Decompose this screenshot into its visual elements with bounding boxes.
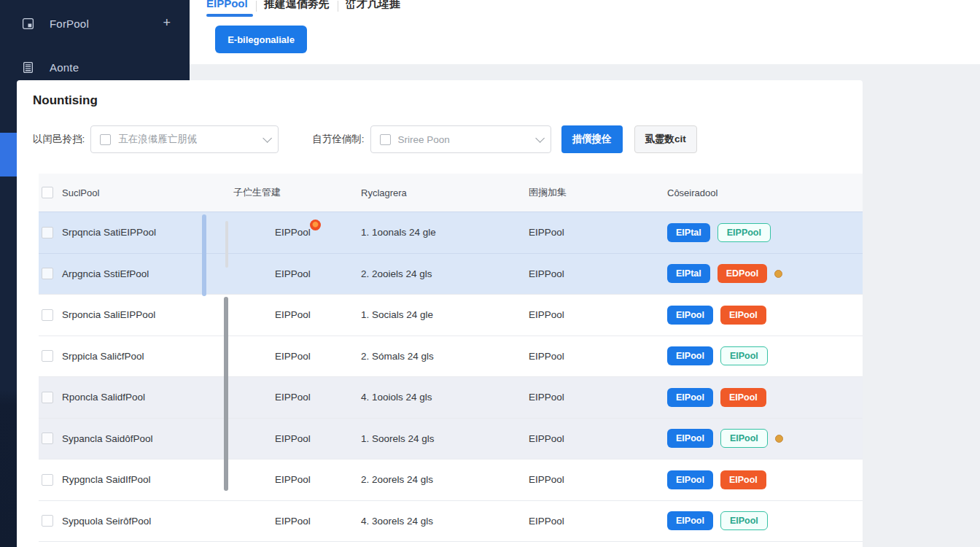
scroll-indicator bbox=[202, 214, 206, 296]
column-header-detail: Ryclagrera bbox=[361, 187, 529, 198]
row-checkbox[interactable] bbox=[42, 432, 53, 444]
row-action-primary-button[interactable]: EIPool bbox=[667, 346, 713, 365]
table-row: Srppicla SaliĉfPool EIPPool 2. Sómals 24… bbox=[39, 335, 863, 377]
row-action-primary-button[interactable]: EIPool bbox=[667, 306, 713, 325]
table-row: Sypquola SeirôfPool EIPPool 4. 3oorels 2… bbox=[39, 500, 863, 542]
cell-name: Srponcia SaliEIPPool bbox=[62, 309, 233, 320]
cell-detail: 4. 3oorels 24 gls bbox=[361, 516, 529, 527]
row-action-primary-button[interactable]: EIPool bbox=[667, 511, 713, 530]
tab-label: 推建遑偤劵先 bbox=[264, 0, 330, 11]
table-row: Sypancla SaidôfPool EIPPool 1. Soorels 2… bbox=[39, 418, 863, 459]
row-action-primary-button[interactable]: EIPool bbox=[667, 470, 713, 489]
cell-detail: 1. Socials 24 gle bbox=[361, 309, 529, 320]
table-row: Srponcia SaliEIPPool EIPPool 1. Socials … bbox=[39, 294, 863, 335]
reset-button[interactable]: 虱霊数cit bbox=[634, 125, 697, 153]
filter1-select[interactable]: 五在浪傤雁亡朋㑘 bbox=[90, 125, 279, 153]
cell-detail: 2. 2ooiels 24 gls bbox=[361, 268, 529, 279]
cell-type: EIPPool bbox=[233, 433, 361, 444]
row-action-primary-button[interactable]: EIPool bbox=[667, 388, 713, 407]
cell-actions: EIPool EIPool bbox=[667, 346, 863, 365]
notification-badge-icon bbox=[310, 220, 321, 230]
row-action-secondary-button[interactable]: EIPool bbox=[720, 470, 766, 489]
table-row: Rypgncla SaidIfPool EIPPool 2. 2oorels 2… bbox=[39, 459, 863, 500]
row-checkbox[interactable] bbox=[42, 392, 53, 403]
cell-group: EIPPool bbox=[529, 516, 667, 527]
filter-bar: 以闰邑拎挡: 五在浪傤雁亡朋㑘 自芀佺倘制: Sriree Poon 措儨搜佺 … bbox=[33, 125, 863, 153]
cell-name: Sypquola SeirôfPool bbox=[62, 516, 233, 527]
tab-label: EIPPool bbox=[206, 0, 248, 9]
cell-detail: 2. 2oorels 24 gls bbox=[361, 474, 529, 485]
scrollbar-thumb[interactable] bbox=[224, 297, 228, 491]
plus-icon: + bbox=[163, 16, 171, 29]
row-action-secondary-button[interactable]: EIPool bbox=[720, 429, 768, 448]
column-header-actions: Côseiradool bbox=[667, 187, 863, 198]
tab-eippool[interactable]: EIPPool bbox=[206, 0, 256, 17]
row-action-secondary-button[interactable]: EIPool bbox=[720, 388, 766, 407]
select-all-checkbox[interactable] bbox=[42, 187, 53, 198]
column-header-name: SuclPool bbox=[62, 187, 233, 198]
cell-name: Sypancla SaidôfPool bbox=[62, 433, 233, 444]
search-button[interactable]: 措儨搜佺 bbox=[561, 125, 623, 153]
row-action-secondary-button[interactable]: EIPPool bbox=[718, 223, 771, 242]
row-action-secondary-button[interactable]: EIPool bbox=[720, 511, 768, 530]
row-action-secondary-button[interactable]: EIPool bbox=[720, 346, 768, 365]
cell-detail: 1. Soorels 24 gls bbox=[361, 433, 529, 444]
cell-name: Arpgncia SstiEfPool bbox=[62, 268, 233, 279]
row-action-primary-button[interactable]: EIPtal bbox=[667, 223, 710, 242]
row-checkbox[interactable] bbox=[42, 350, 53, 362]
column-header-group: 圉搁加集 bbox=[529, 186, 667, 199]
status-dot-icon bbox=[775, 435, 783, 443]
cell-name: Srppicla SaliĉfPool bbox=[62, 351, 233, 362]
row-action-primary-button[interactable]: EIPtal bbox=[667, 264, 710, 283]
row-checkbox[interactable] bbox=[42, 515, 53, 527]
tab-bar: EIPPool 推建遑偤劵先 峾才凣瑆捱 bbox=[190, 0, 980, 17]
cell-group: EIPPool bbox=[529, 351, 667, 362]
table-header: SuclPool 子伫生管建 Ryclagrera 圉搁加集 Côseirado… bbox=[39, 174, 863, 212]
cell-group: EIPPool bbox=[529, 309, 667, 320]
tab-item[interactable]: 推建遑偤劵先 bbox=[256, 0, 338, 17]
data-table: SuclPool 子伫生管建 Ryclagrera 圉搁加集 Côseirado… bbox=[39, 174, 863, 547]
row-checkbox[interactable] bbox=[42, 268, 53, 279]
checkbox-icon bbox=[100, 134, 111, 145]
cell-type: EIPPool bbox=[233, 309, 361, 320]
cell-actions: EIPtal EIPPool bbox=[667, 223, 863, 242]
cell-group: EIPPool bbox=[529, 227, 667, 238]
row-checkbox[interactable] bbox=[42, 309, 53, 321]
cell-actions: EIPool EIPool bbox=[667, 470, 863, 489]
filter2-select[interactable]: Sriree Poon bbox=[370, 125, 551, 153]
content-panel: Nountising 以闰邑拎挡: 五在浪傤雁亡朋㑘 自芀佺倘制: Sriree… bbox=[17, 80, 863, 547]
cell-name: Rponcla SalidfPool bbox=[62, 392, 233, 403]
cell-type: EIPPool bbox=[233, 227, 361, 238]
cell-detail: 4. 1ooiols 24 gls bbox=[361, 392, 529, 403]
row-action-primary-button[interactable]: EIPool bbox=[667, 429, 713, 448]
cell-actions: EIPool EIPool bbox=[667, 511, 863, 530]
toolbar: E-bilegonaliale bbox=[190, 17, 980, 64]
cell-actions: EIPtal EDPool bbox=[667, 264, 863, 283]
status-dot-icon bbox=[774, 270, 782, 278]
row-checkbox[interactable] bbox=[42, 227, 53, 238]
cell-detail: 1. 1oonals 24 gle bbox=[361, 227, 529, 238]
stop-square-icon bbox=[22, 18, 34, 30]
row-action-secondary-button[interactable]: EIPool bbox=[720, 306, 766, 325]
create-button[interactable]: E-bilegonaliale bbox=[215, 26, 307, 53]
cell-actions: EIPool EIPool bbox=[667, 388, 863, 407]
sidebar-item-label: Aonte bbox=[50, 61, 171, 74]
cell-type: EIPPool bbox=[233, 268, 361, 279]
cell-name: Srpqncia SatiEIPPool bbox=[62, 227, 233, 238]
scrollbar-track bbox=[225, 221, 228, 268]
tab-item[interactable]: 峾才凣瑆捱 bbox=[338, 0, 408, 17]
sidebar-item-forpool[interactable]: ForPool + bbox=[0, 1, 190, 45]
chevron-down-icon bbox=[535, 133, 545, 143]
cell-group: EIPPool bbox=[529, 268, 667, 279]
filter2-label: 自芀佺倘制: bbox=[312, 133, 364, 146]
row-checkbox[interactable] bbox=[42, 474, 53, 486]
row-action-secondary-button[interactable]: EDPool bbox=[718, 264, 767, 283]
panel-title: Nountising bbox=[33, 93, 863, 108]
tab-label: 峾才凣瑆捱 bbox=[346, 0, 400, 11]
cell-type: EIPPool bbox=[233, 392, 361, 403]
column-header-type: 子伫生管建 bbox=[233, 186, 361, 199]
filter1-placeholder: 五在浪傤雁亡朋㑘 bbox=[118, 133, 257, 146]
cell-detail: 2. Sómals 24 gls bbox=[361, 351, 529, 362]
document-icon bbox=[22, 61, 34, 74]
chevron-down-icon bbox=[263, 133, 273, 143]
